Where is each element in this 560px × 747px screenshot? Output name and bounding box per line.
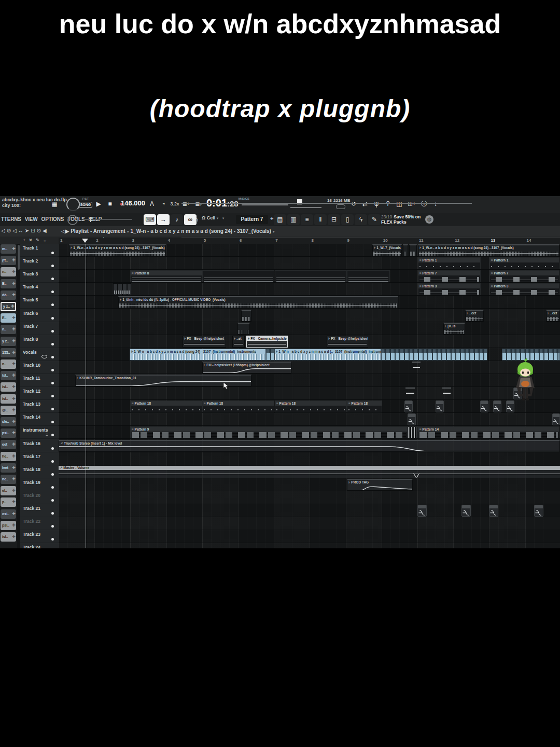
track-header-track-4[interactable]: Track 4 <box>20 283 59 296</box>
track-header-track-10[interactable]: Track 10 <box>20 361 59 374</box>
mute-led[interactable] <box>51 290 54 293</box>
clip[interactable] <box>534 505 543 517</box>
clip-pattern-8[interactable]: Pattern 8 <box>130 270 202 282</box>
step-arrow-button[interactable]: → <box>157 214 170 225</box>
mute-led[interactable] <box>51 408 54 410</box>
clip-fill-helpsisleet-155b[interactable]: Fill - helpsisleet (155bpm) @helpsisleet <box>202 362 291 374</box>
clip-1-w-n-a-b-c-d-x-y-z-n-[interactable]: 1_W-n - a b c d x y z n m a s a d (song … <box>130 349 266 361</box>
move-handle-icon[interactable]: ✛ <box>12 244 16 254</box>
move-handle-icon[interactable]: ✛ <box>12 406 16 415</box>
clip[interactable] <box>480 400 488 412</box>
clip-1-w-n-a-b-c-d-x-y-z-n-[interactable]: 1_W-n - a b c d x y z n m a s a d (..- 3… <box>274 349 381 361</box>
promo-banner[interactable]: 23/10Save 50% on FLEX Packs <box>381 215 428 225</box>
track-header-track-11[interactable]: Track 11 <box>20 374 59 387</box>
grid-row[interactable] <box>59 504 560 517</box>
keyboard-plus-icon[interactable]: ▦+ <box>181 199 191 209</box>
typing-keyboard-button[interactable]: ⌨ <box>144 214 156 225</box>
track-header-track-5[interactable]: Track 5 <box>20 296 59 309</box>
clip[interactable] <box>412 362 421 374</box>
grid-row[interactable] <box>59 335 560 348</box>
picker-item[interactable]: m..✛ <box>1 244 16 254</box>
playlist-button[interactable]: ▤ <box>274 214 286 225</box>
picker-item[interactable]: n..✛ <box>1 267 16 276</box>
grid-row[interactable] <box>59 413 560 426</box>
track-header-track-24[interactable]: Track 24 <box>20 543 59 548</box>
playhead-marker[interactable] <box>82 239 88 243</box>
clip-pattern-3[interactable]: Pattern 3 <box>489 283 559 295</box>
picker-item[interactable]: 155..✛ <box>1 348 16 357</box>
clip[interactable] <box>417 505 427 517</box>
track-header-track-3[interactable]: Track 3 <box>20 270 59 283</box>
track-header-track-19[interactable]: Track 19 <box>20 478 59 491</box>
move-handle-icon[interactable]: ✛ <box>12 463 16 473</box>
resize-icon[interactable]: ⇄ <box>360 199 370 209</box>
countin-toggle[interactable]: 3.2x <box>170 199 180 209</box>
picker-item[interactable]: sle..✛ <box>1 417 16 426</box>
picker-item[interactable]: leet✛ <box>1 463 16 473</box>
clip[interactable] <box>489 505 498 517</box>
picker-item[interactable]: isl..✛ <box>1 371 16 380</box>
browser-button[interactable]: ⊟ <box>328 214 340 225</box>
clip-pattern-3[interactable]: Pattern 3 <box>418 283 481 295</box>
picker-item[interactable]: y z..✛ <box>1 337 16 346</box>
menu-item-tterns[interactable]: TTERNS <box>1 216 21 222</box>
grid-row[interactable] <box>59 322 560 335</box>
move-handle-icon[interactable]: ✛ <box>12 359 16 369</box>
clip-1-w-7-vocals-[interactable]: 1_W..7_(Vocals) <box>372 244 402 256</box>
mute-led[interactable] <box>51 434 54 436</box>
move-handle-icon[interactable]: ✛ <box>12 313 16 323</box>
save-new-icon[interactable]: ◫+ <box>407 199 417 209</box>
snap-selector[interactable]: Ω Cell ▾ ▾ <box>202 215 224 220</box>
move-handle-icon[interactable]: ✛ <box>12 267 16 276</box>
picker-item[interactable]: (ft..✛ <box>1 256 16 265</box>
grid-row[interactable] <box>59 257 560 270</box>
clip[interactable] <box>409 244 417 256</box>
magnet-icon[interactable]: ∩ <box>190 214 203 225</box>
clip-1-w-n-a-b-c-d-x-y-z-n-[interactable]: 1_W-n - a b c d x y z n m a s a d (song … <box>418 244 559 256</box>
track-header-track-2[interactable]: Track 2 <box>20 257 59 270</box>
info-icon[interactable]: ⓘ <box>419 199 429 209</box>
grid-row[interactable] <box>59 361 560 374</box>
clip[interactable] <box>113 283 131 295</box>
clip-pattern-14[interactable]: Pattern 14 <box>418 426 559 438</box>
clip-pattern-18[interactable]: Pattern 18 <box>347 400 382 412</box>
move-handle-icon[interactable]: ✛ <box>12 509 16 519</box>
mute-led[interactable] <box>51 303 54 306</box>
track-header-track-13[interactable]: Track 13 <box>20 400 59 413</box>
playlist-tool-icons[interactable]: ◁⊘◁↔➤⊡⊙◀ <box>1 228 48 233</box>
clip-fx-beep-helpsisleet[interactable]: FX - Beep @helpsisleet <box>183 336 226 348</box>
track-header-track-21[interactable]: Track 21 <box>20 504 59 517</box>
move-handle-icon[interactable]: ✛ <box>12 290 16 300</box>
move-handle-icon[interactable]: ✛ <box>12 486 16 495</box>
grid-row[interactable] <box>59 530 560 543</box>
stop-button[interactable]: ■ <box>105 199 115 209</box>
pattern-add-button[interactable]: + <box>270 215 273 222</box>
mute-led[interactable] <box>51 421 54 423</box>
clip[interactable] <box>202 270 274 282</box>
picker-item[interactable]: @..✛ <box>1 406 16 415</box>
performance-button[interactable]: ♪ <box>171 214 183 225</box>
small-knob[interactable] <box>67 215 78 225</box>
move-handle-icon[interactable]: ✛ <box>12 337 16 346</box>
clip[interactable] <box>408 413 416 425</box>
mic-icon[interactable]: ψ <box>371 199 382 209</box>
track-header-track-12[interactable]: Track 12 <box>20 387 59 400</box>
track-header-track-7[interactable]: Track 7 <box>20 322 59 335</box>
wait-icon[interactable]: ◔ <box>158 199 169 209</box>
move-handle-icon[interactable]: ✛ <box>12 382 16 392</box>
clip[interactable] <box>405 388 415 399</box>
mute-led[interactable] <box>51 382 54 384</box>
mute-led[interactable] <box>51 538 54 541</box>
clip-fx-camera-helpsisleet[interactable]: FX - Camera..helpsisleet <box>246 336 288 348</box>
mute-led[interactable] <box>51 265 54 267</box>
grid-row[interactable] <box>59 387 560 400</box>
mute-led[interactable] <box>51 447 54 450</box>
mute-led[interactable] <box>51 473 54 476</box>
mute-led[interactable] <box>51 252 54 254</box>
clip-pattern-7[interactable]: Pattern 7 <box>489 270 559 282</box>
plugin-button[interactable]: ϟ <box>355 214 367 225</box>
clip-pattern-18[interactable]: Pattern 18 <box>275 400 347 412</box>
clip--eet[interactable]: ..eet <box>465 310 484 322</box>
picker-item[interactable]: p..✛ <box>1 497 16 507</box>
help-icon[interactable]: ? <box>383 199 393 209</box>
